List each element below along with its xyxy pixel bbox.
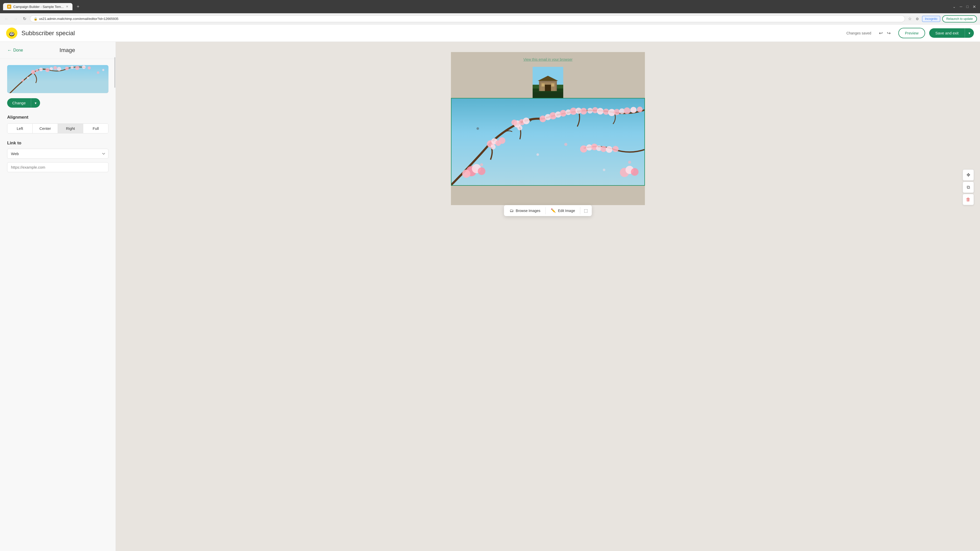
svg-point-70 <box>612 146 619 152</box>
svg-rect-31 <box>542 83 545 86</box>
left-sidebar: ← Done Image <box>0 42 116 551</box>
svg-point-16 <box>70 66 73 69</box>
svg-point-72 <box>536 153 539 156</box>
svg-point-49 <box>560 110 566 117</box>
delete-button[interactable]: 🗑 <box>963 194 974 205</box>
svg-point-2 <box>10 32 14 35</box>
svg-point-44 <box>517 125 522 130</box>
svg-point-71 <box>480 163 483 166</box>
new-tab-button[interactable]: + <box>75 3 82 10</box>
browse-images-label: Browse Images <box>516 209 540 213</box>
align-left-button[interactable]: Left <box>7 124 33 133</box>
sidebar-content: Change ▾ Alignment Left Center Right Ful… <box>0 59 116 551</box>
svg-point-77 <box>462 170 470 178</box>
svg-point-19 <box>88 66 91 69</box>
svg-point-59 <box>614 109 620 115</box>
undo-redo-group: ↩ ↪ <box>877 29 892 38</box>
save-exit-group: Save and exit ▾ <box>929 28 974 38</box>
svg-point-75 <box>628 161 631 164</box>
svg-point-22 <box>97 71 99 74</box>
url-bar[interactable]: 🔒 us21.admin.mailchimp.com/email/editor?… <box>30 15 905 22</box>
svg-point-56 <box>597 108 604 114</box>
align-center-button[interactable]: Center <box>33 124 58 133</box>
alignment-options: Left Center Right Full <box>7 124 108 133</box>
scrollbar-thumb[interactable] <box>115 57 115 88</box>
svg-point-54 <box>587 108 593 114</box>
edit-image-label: Edit Image <box>558 209 575 213</box>
svg-point-64 <box>580 145 587 152</box>
browse-images-button[interactable]: 🗂 Browse Images <box>504 206 546 216</box>
close-window-button[interactable]: ✕ <box>972 3 977 10</box>
svg-point-18 <box>82 65 86 69</box>
svg-point-20 <box>21 79 24 82</box>
svg-point-62 <box>630 107 636 113</box>
minimize-button[interactable]: ─ <box>959 3 963 10</box>
temple-thumbnail <box>533 67 563 100</box>
save-exit-dropdown-button[interactable]: ▾ <box>965 28 974 38</box>
mailchimp-logo <box>6 27 18 39</box>
link-to-select[interactable]: Web Email Phone File <box>7 149 108 159</box>
changes-saved-status: Changes saved <box>846 31 871 35</box>
change-button-group: Change ▾ <box>7 98 108 108</box>
image-preview <box>7 65 108 93</box>
svg-rect-30 <box>545 85 551 91</box>
link-to-label: Link to <box>7 141 108 146</box>
crop-button[interactable]: ⬚ <box>580 206 591 216</box>
align-right-button[interactable]: Right <box>58 124 83 133</box>
edit-image-button[interactable]: ✏️ Edit Image <box>546 206 580 216</box>
done-link[interactable]: ← Done <box>7 48 23 53</box>
save-exit-button[interactable]: Save and exit <box>929 28 965 38</box>
sidebar-scrollbar[interactable] <box>114 42 116 551</box>
svg-point-6 <box>12 33 13 33</box>
undo-button[interactable]: ↩ <box>877 29 884 38</box>
svg-point-13 <box>53 66 57 70</box>
svg-point-15 <box>65 67 68 70</box>
redo-button[interactable]: ↪ <box>885 29 892 38</box>
selected-image-block[interactable] <box>451 98 645 186</box>
extensions-button[interactable]: ⚙ <box>915 16 920 22</box>
url-bar-row: ← → ↻ 🔒 us21.admin.mailchimp.com/email/e… <box>0 13 980 24</box>
window-controls: ⌄ ─ □ ✕ <box>952 3 977 10</box>
change-dropdown-button[interactable]: ▾ <box>31 98 40 108</box>
svg-point-8 <box>31 70 35 74</box>
close-tab-icon[interactable]: ✕ <box>66 5 68 8</box>
alignment-section: Alignment Left Center Right Full <box>7 115 108 133</box>
svg-point-53 <box>580 108 587 114</box>
app-header: Subbscriber special Changes saved ↩ ↪ Pr… <box>0 24 980 42</box>
reload-button[interactable]: ↻ <box>21 15 28 22</box>
forward-button[interactable]: → <box>12 16 19 22</box>
email-header-link-row: View this email in your browser <box>451 52 645 65</box>
sidebar-header: ← Done Image <box>0 42 116 59</box>
svg-point-14 <box>57 67 61 71</box>
relaunch-button[interactable]: Relaunch to update <box>942 15 977 22</box>
main-layout: ← Done Image <box>0 42 980 551</box>
favicon-icon: M <box>7 5 11 9</box>
alignment-label: Alignment <box>7 115 108 120</box>
link-to-section: Link to Web Email Phone File <box>7 141 108 172</box>
view-in-browser-link[interactable]: View this email in your browser <box>523 57 573 62</box>
preview-button[interactable]: Preview <box>898 28 925 38</box>
tab-list-button[interactable]: ⌄ <box>952 3 957 10</box>
right-floating-toolbar: ✥ ⧉ 🗑 <box>963 169 974 205</box>
move-button[interactable]: ✥ <box>963 169 974 181</box>
align-full-button[interactable]: Full <box>83 124 108 133</box>
change-button[interactable]: Change <box>7 98 31 108</box>
bookmark-button[interactable]: ☆ <box>907 15 913 22</box>
svg-point-43 <box>511 120 517 125</box>
browser-tab[interactable]: M Campaign Builder - Sample Tem... ✕ <box>3 3 73 10</box>
tab-title: Campaign Builder - Sample Tem... <box>13 5 64 9</box>
incognito-indicator: Incognito <box>922 16 940 22</box>
move-icon: ✥ <box>966 172 970 178</box>
url-input[interactable] <box>7 162 108 172</box>
back-arrow-icon: ← <box>7 48 12 53</box>
back-button[interactable]: ← <box>3 16 10 22</box>
done-label: Done <box>13 48 23 52</box>
browser-chrome: M Campaign Builder - Sample Tem... ✕ + ⌄… <box>0 0 980 13</box>
duplicate-button[interactable]: ⧉ <box>963 182 974 193</box>
campaign-title: Subbscriber special <box>21 30 75 37</box>
svg-point-23 <box>102 69 104 71</box>
lock-icon: 🔒 <box>34 17 38 21</box>
edit-pencil-icon: ✏️ <box>551 208 556 213</box>
restore-button[interactable]: □ <box>966 3 969 10</box>
svg-point-61 <box>624 107 630 114</box>
